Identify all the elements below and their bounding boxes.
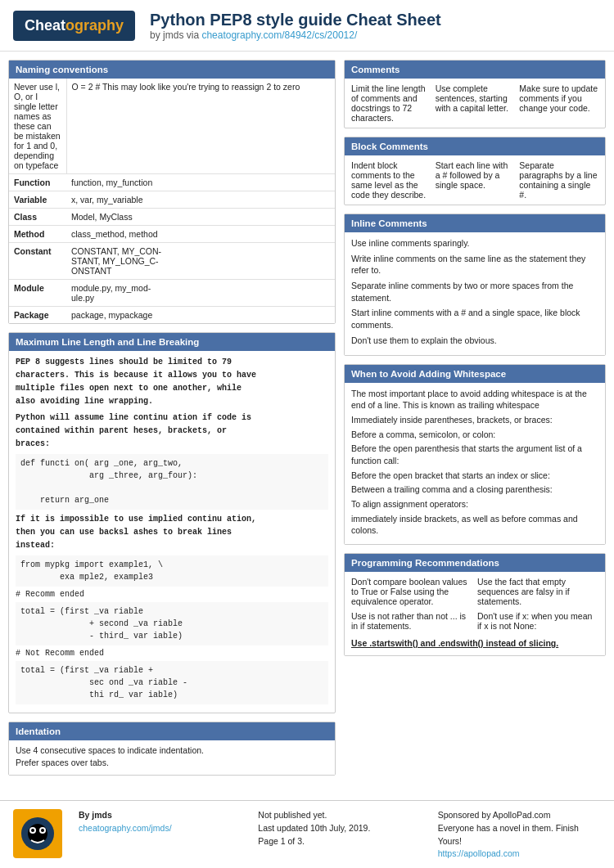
table-row: Class Model, MyClass xyxy=(9,209,335,226)
prog-col1-row2: Use is not rather than not ... is in if … xyxy=(351,611,472,631)
table-row: Constant CONSTANT, MY_CON-STANT, MY_LONG… xyxy=(9,243,335,280)
footer-sponsor-link[interactable]: https://apollopad.com xyxy=(438,848,520,858)
header-link[interactable]: cheatography.com/84942/cs/20012/ xyxy=(201,29,357,41)
naming-value: function, my_function xyxy=(66,174,335,191)
naming-label: Variable xyxy=(9,191,66,209)
naming-conventions-section: Naming conventions Never use l, O, or I … xyxy=(8,60,336,324)
naming-value: class_method, method xyxy=(66,226,335,243)
inline-line-3: Separate inline comments by two or more … xyxy=(351,280,598,304)
footer-col-3: Sponsored by ApolloPad.com Everyone has … xyxy=(438,809,601,861)
block-comments-body: Indent block comments to the same level … xyxy=(345,155,605,205)
programming-section: Programming Recommendations Don't compar… xyxy=(344,553,606,656)
table-row: Method class_method, method xyxy=(9,226,335,243)
naming-body: Never use l, O, or I single letter names… xyxy=(9,79,335,323)
comments-col2: Use complete sentences, starting with a … xyxy=(436,83,515,123)
naming-value: module.py, my_mod-ule.py xyxy=(66,280,335,307)
whitespace-body: The most important place to avoid adding… xyxy=(345,383,605,545)
naming-table: Never use l, O, or I single letter names… xyxy=(9,79,335,323)
header-subtitle: by jmds via cheatography.com/84942/cs/20… xyxy=(150,29,441,41)
inline-comments-header: Inline Comments xyxy=(345,214,605,232)
naming-label: Module xyxy=(9,280,66,307)
block-comments-header: Block Comments xyxy=(345,137,605,155)
indent-line1: Use 4 consecutive spaces to indicate ind… xyxy=(16,745,328,755)
svg-point-2 xyxy=(28,824,47,843)
inline-line-1: Use inline comments sparingly. xyxy=(351,237,598,250)
block-col2: Start each line with a # followed by a s… xyxy=(436,160,515,200)
table-row: Function function, my_function xyxy=(9,174,335,191)
footer-logo-svg xyxy=(13,809,62,858)
line-break-para3: If it is impossible to use implied conti… xyxy=(16,513,328,552)
table-row: Variable x, var, my_variable xyxy=(9,191,335,209)
comments-header: Comments xyxy=(345,61,605,79)
block-col1: Indent block comments to the same level … xyxy=(351,160,431,200)
header-title: Python PEP8 style guide Cheat Sheet by j… xyxy=(150,10,441,41)
naming-header: Naming conventions xyxy=(9,61,335,79)
line-breaking-body: PEP 8 suggests lines should be limited t… xyxy=(9,351,335,713)
indentation-section: Identation Use 4 consecutive spaces to i… xyxy=(8,722,336,776)
naming-value: package, mypackage xyxy=(66,307,335,324)
footer-page: Page 1 of 3. xyxy=(258,836,305,846)
page: Cheatography Python PEP8 style guide Che… xyxy=(0,0,614,868)
ws-line-2: Immediately inside parentheses, brackets… xyxy=(351,414,598,426)
line-breaking-header: Maximum Line Length and Line Breaking xyxy=(9,333,335,351)
prog-grid: Don't compare boolean values to True or … xyxy=(351,577,598,631)
inline-comments-body: Use inline comments sparingly. Write inl… xyxy=(345,232,605,355)
table-row: Package package, mypackage xyxy=(9,307,335,324)
comments-col1: Limit the line length of comments and do… xyxy=(351,83,431,123)
naming-label: Constant xyxy=(9,243,66,280)
programming-body: Don't compare boolean values to True or … xyxy=(345,572,605,655)
line-break-para1: PEP 8 suggests lines should be limited t… xyxy=(16,356,328,408)
inline-line-4: Start inline comments with a # and a sin… xyxy=(351,307,598,331)
logo: Cheatography xyxy=(13,11,135,41)
indentation-header: Identation xyxy=(9,722,335,740)
naming-label: Class xyxy=(9,209,66,226)
footer-sponsor-line2: Everyone has a novel in them. Finish You… xyxy=(438,823,579,846)
footer: By jmds cheatography.com/jmds/ Not publi… xyxy=(0,800,614,868)
ws-line-6: Between a trailing comma and a closing p… xyxy=(351,483,598,496)
comments-body: Limit the line length of comments and do… xyxy=(345,79,605,128)
ws-line-8: immediately inside brackets, as well as … xyxy=(351,513,598,537)
ws-line-1: The most important place to avoid adding… xyxy=(351,388,598,412)
ws-line-5: Before the open bracket that starts an i… xyxy=(351,470,598,482)
footer-author-link[interactable]: cheatography.com/jmds/ xyxy=(79,822,242,835)
content-area: Naming conventions Never use l, O, or I … xyxy=(0,52,614,792)
naming-value: x, var, my_variable xyxy=(66,191,335,209)
ws-line-3: Before a comma, semicolon, or colon: xyxy=(351,429,598,441)
footer-published: Not published yet. xyxy=(258,810,327,820)
naming-cell: O = 2 # This may look like you're trying… xyxy=(66,79,335,174)
inline-line-2: Write inline comments on the same line a… xyxy=(351,253,598,277)
code-block-3: total = (first _va riable + second _va r… xyxy=(16,602,328,645)
footer-updated: Last updated 10th July, 2019. xyxy=(258,823,370,833)
inline-comments-section: Inline Comments Use inline comments spar… xyxy=(344,214,606,356)
header: Cheatography Python PEP8 style guide Che… xyxy=(0,0,614,52)
naming-label: Method xyxy=(9,226,66,243)
page-title: Python PEP8 style guide Cheat Sheet xyxy=(150,10,441,29)
line-break-para2: Python will assume line continu ation if… xyxy=(16,412,328,451)
table-row: Module module.py, my_mod-ule.py xyxy=(9,280,335,307)
indent-line2: Prefer spaces over tabs. xyxy=(16,758,328,767)
comments-col3: Make sure to update comments if you chan… xyxy=(519,83,598,123)
naming-label: Function xyxy=(9,174,66,191)
left-column: Naming conventions Never use l, O, or I … xyxy=(8,60,336,784)
naming-value: Model, MyClass xyxy=(66,209,335,226)
naming-cell: Never use l, O, or I single letter names… xyxy=(9,79,66,174)
line-breaking-section: Maximum Line Length and Line Breaking PE… xyxy=(8,332,336,713)
code-block-2: from mypkg import example1, \ exa mple2,… xyxy=(16,555,328,587)
code-block-1: def functi on( arg _one, arg_two, arg _t… xyxy=(16,454,328,510)
programming-header: Programming Recommendations xyxy=(345,554,605,572)
naming-label: Package xyxy=(9,307,66,324)
naming-value: CONSTANT, MY_CON-STANT, MY_LONG_C-ONSTAN… xyxy=(66,243,335,280)
prog-col2-row2: Don't use if x: when you mean if x is no… xyxy=(477,611,598,631)
svg-point-6 xyxy=(41,829,44,832)
code-block-4: total = (first _va riable + sec ond _va … xyxy=(16,661,328,704)
footer-col-2: Not published yet. Last updated 10th Jul… xyxy=(258,809,421,848)
prog-col2-row1: Use the fact that empty sequences are fa… xyxy=(477,577,598,606)
prog-highlight: Use .startswith() and .endswith() instea… xyxy=(351,636,598,650)
footer-col-1: By jmds cheatography.com/jmds/ xyxy=(79,809,242,835)
table-row: Never use l, O, or I single letter names… xyxy=(9,79,335,174)
right-column: Comments Limit the line length of commen… xyxy=(344,60,606,784)
footer-author-label: By jmds xyxy=(79,810,112,820)
code-comment-1: # Recomm ended xyxy=(16,590,328,599)
indentation-body: Use 4 consecutive spaces to indicate ind… xyxy=(9,740,335,775)
ws-line-7: To align assignment operators: xyxy=(351,498,598,510)
